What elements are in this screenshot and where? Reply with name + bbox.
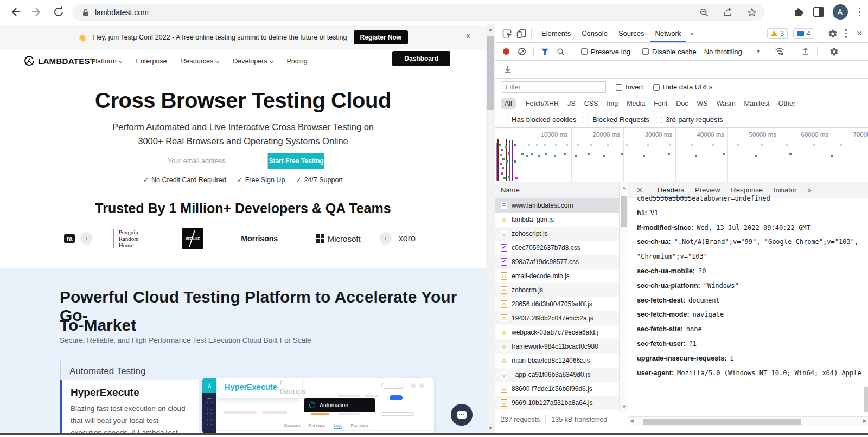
inspect-element-icon[interactable] — [502, 28, 513, 39]
bookmark-star-icon[interactable] — [746, 7, 757, 18]
type-filter-fetch-xhr[interactable]: Fetch/XHR — [522, 98, 563, 109]
network-conditions-icon[interactable] — [774, 46, 785, 57]
hscroll-left-arrow[interactable]: ◀ — [630, 418, 634, 423]
hyperexecute-card-body: Blazing fast test execution on cloud tha… — [71, 403, 191, 433]
type-filter-css[interactable]: CSS — [580, 98, 602, 109]
more-tabs-icon[interactable]: » — [686, 29, 697, 37]
lambdatest-logo[interactable]: LAMBDATEST — [24, 55, 95, 66]
banner-close-button[interactable]: x — [467, 32, 470, 40]
hscroll-thumb[interactable] — [643, 419, 801, 425]
device-toolbar-icon[interactable] — [516, 28, 527, 39]
filter-checkbox-blocked-requests[interactable]: Blocked Requests — [583, 115, 649, 124]
request-row[interactable]: lambda_gtm.js — [495, 213, 619, 227]
request-row[interactable]: www.lambdatest.com — [495, 198, 619, 213]
type-filter-font[interactable]: Font — [650, 98, 671, 109]
share-icon[interactable] — [723, 7, 733, 18]
disable-cache-checkbox[interactable]: Disable cache — [642, 48, 697, 56]
list-scrollbar-thumb[interactable] — [621, 196, 627, 227]
invert-checkbox[interactable]: Invert — [616, 83, 643, 91]
network-overview-timeline[interactable]: 10000 ms20000 ms30000 ms40000 ms50000 ms… — [495, 128, 868, 182]
type-filter-js[interactable]: JS — [564, 98, 579, 109]
detail-horizontal-scrollbar[interactable]: ◀ ▶ — [628, 416, 868, 426]
type-filter-doc[interactable]: Doc — [672, 98, 692, 109]
scroll-up-arrow[interactable]: ▲ — [486, 27, 495, 32]
request-list-scrollbar[interactable]: ▲ ▼ — [619, 182, 628, 412]
reload-icon[interactable] — [52, 5, 65, 18]
register-now-button[interactable]: Register Now — [354, 30, 409, 44]
request-row[interactable]: 88600-f7dde1c56b6f96d6.js — [495, 382, 619, 396]
clear-icon[interactable] — [518, 48, 526, 55]
nav-item-platform[interactable]: Platform — [91, 57, 122, 65]
address-bar[interactable]: lambdatest.com — [72, 4, 765, 21]
preserve-log-checkbox[interactable]: Preserve log — [581, 48, 630, 56]
import-har-icon[interactable] — [801, 47, 810, 56]
carousel-next-button[interactable]: › — [379, 232, 392, 245]
category-label[interactable]: Automated Testing — [69, 366, 146, 377]
settings-gear-icon[interactable] — [828, 29, 838, 38]
throttling-select[interactable]: No throttling ▼ — [704, 48, 761, 56]
devtools-tab-network[interactable]: Network — [650, 25, 687, 42]
request-row[interactable]: 9669-10b127a531ba8a64.js — [495, 396, 619, 410]
page-scrollbar-thumb[interactable] — [487, 36, 494, 110]
type-filter-img[interactable]: Img — [603, 98, 622, 109]
forward-icon[interactable] — [30, 5, 43, 18]
avatar[interactable]: A — [833, 4, 848, 20]
carousel-prev-button[interactable]: ‹ — [80, 232, 93, 245]
email-field[interactable] — [162, 153, 268, 169]
start-free-testing-button[interactable]: Start Free Testing — [268, 153, 324, 169]
request-row[interactable]: zohoscript.js — [495, 227, 619, 241]
hide-data-urls-checkbox[interactable]: Hide data URLs — [653, 83, 713, 91]
dashboard-button[interactable]: Dashboard — [392, 51, 450, 66]
request-row[interactable]: email-decode.min.js — [495, 269, 619, 283]
network-filter-input[interactable] — [502, 81, 606, 93]
page-scrollbar[interactable]: ▲ ▼ — [486, 24, 495, 433]
type-filter-manifest[interactable]: Manifest — [741, 98, 774, 109]
request-row[interactable]: webpack-03a87c79ecea6afd.j — [495, 325, 619, 339]
list-scroll-up-arrow[interactable]: ▲ — [620, 185, 629, 190]
filter-checkbox-has-blocked-cookies[interactable]: Has blocked cookies — [502, 115, 576, 124]
scroll-down-arrow[interactable]: ▼ — [486, 426, 495, 431]
search-icon[interactable] — [556, 47, 565, 56]
type-filter-other[interactable]: Other — [775, 98, 799, 109]
type-filter-wasm[interactable]: Wasm — [713, 98, 739, 109]
issues-badge[interactable]: 4 — [793, 28, 814, 39]
request-row[interactable]: 28656.d6d3b804705fad0f.js — [495, 297, 619, 311]
filter-funnel-icon[interactable] — [540, 47, 550, 56]
browser-menu-icon[interactable] — [857, 7, 863, 18]
chat-widget-button[interactable] — [451, 404, 473, 426]
back-icon[interactable] — [9, 5, 22, 18]
devtools-tab-sources[interactable]: Sources — [613, 25, 650, 42]
request-row[interactable]: c0ec70592637b7d8.css — [495, 241, 619, 255]
request-row[interactable]: framework-984c11bcacf0c980 — [495, 339, 619, 354]
network-settings-icon[interactable] — [829, 47, 839, 56]
trusted-title: Trusted By 1 Million+ Developers & QA Te… — [0, 201, 486, 216]
hscroll-right-arrow[interactable]: ▶ — [863, 418, 867, 423]
request-row[interactable]: 19437.2f9db2c047e5c52a.js — [495, 311, 619, 325]
devtools-menu-icon[interactable] — [843, 28, 850, 39]
detail-vertical-scrollbar-thumb[interactable] — [864, 387, 868, 412]
name-column-header[interactable]: Name — [495, 182, 619, 198]
type-filter-media[interactable]: Media — [623, 98, 649, 109]
export-har-icon[interactable] — [503, 65, 513, 74]
request-row[interactable]: zohocrm.js — [495, 283, 619, 297]
devtools-tab-console[interactable]: Console — [576, 25, 613, 42]
nav-item-resources[interactable]: Resources — [181, 57, 219, 65]
warnings-badge[interactable]: 3 — [767, 28, 788, 39]
type-filter-ws[interactable]: WS — [693, 98, 711, 109]
zoom-icon[interactable] — [699, 7, 710, 18]
nav-item-pricing[interactable]: Pricing — [287, 57, 308, 65]
extensions-icon[interactable] — [793, 6, 805, 18]
list-scroll-down-arrow[interactable]: ▼ — [620, 404, 629, 409]
type-filter-all[interactable]: All — [501, 98, 516, 109]
nav-item-enterprise[interactable]: Enterprise — [136, 57, 167, 65]
request-row[interactable]: _app-ca91f06b3a6349d0.js — [495, 368, 619, 382]
request-row[interactable]: 898a7af19dc98577.css — [495, 255, 619, 269]
record-icon[interactable] — [503, 48, 509, 55]
nav-item-developers[interactable]: Developers — [233, 57, 272, 65]
request-row[interactable]: main-bbaefed8c124066a.js — [495, 354, 619, 368]
devtools-close-icon[interactable]: × — [854, 28, 864, 39]
filter-checkbox-3rd-party-requests[interactable]: 3rd-party requests — [656, 115, 723, 124]
hyperexecute-card[interactable]: HyperExecute Blazing fast test execution… — [60, 380, 199, 433]
side-panel-icon[interactable] — [813, 7, 824, 17]
devtools-tab-elements[interactable]: Elements — [536, 25, 576, 42]
